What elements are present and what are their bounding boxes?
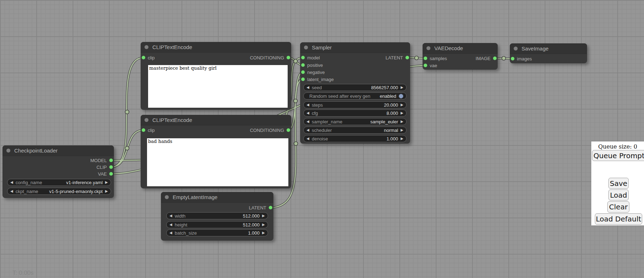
node-title-bar[interactable]: CLIPTextEncode	[141, 42, 291, 53]
node-clip-text-encode-negative[interactable]: CLIPTextEncode clip CONDITIONING bad han…	[141, 115, 291, 188]
slot-dot-icon[interactable]	[511, 57, 514, 60]
slot-dot-icon[interactable]	[142, 128, 145, 132]
increment-arrow-icon[interactable]: ▶	[400, 86, 403, 89]
input-slot-negative[interactable]: negative	[301, 69, 325, 76]
slot-dot-icon[interactable]	[301, 70, 305, 74]
input-slot-latent-image[interactable]: latent_image	[301, 76, 334, 83]
collapse-dot-icon[interactable]	[6, 149, 10, 153]
decrement-arrow-icon[interactable]: ◀	[169, 231, 172, 235]
decrement-arrow-icon[interactable]: ◀	[307, 111, 309, 115]
widget-seed[interactable]: ◀ seed 8566257.000 ▶	[303, 84, 407, 91]
widget-config-name[interactable]: ◀ config_name v1-inference.yaml ▶	[7, 179, 111, 186]
node-title-bar[interactable]: CLIPTextEncode	[141, 115, 291, 125]
slot-dot-icon[interactable]	[269, 206, 272, 209]
decrement-arrow-icon[interactable]: ◀	[307, 86, 309, 89]
increment-arrow-icon[interactable]: ▶	[400, 128, 403, 132]
collapse-dot-icon[interactable]	[426, 46, 430, 50]
input-slot-positive[interactable]: positive	[301, 62, 323, 69]
decrement-arrow-icon[interactable]: ◀	[10, 189, 13, 193]
decrement-arrow-icon[interactable]: ◀	[307, 128, 309, 132]
node-vae-decode[interactable]: VAEDecode samples vae IMAGE	[423, 43, 498, 70]
collapse-dot-icon[interactable]	[165, 195, 169, 199]
widget-denoise[interactable]: ◀ denoise 1.000 ▶	[303, 135, 407, 142]
output-slot-latent[interactable]: LATENT	[249, 204, 272, 211]
collapse-dot-icon[interactable]	[145, 45, 148, 49]
input-slot-model[interactable]: model	[301, 54, 320, 61]
widget-random-seed-toggle[interactable]: Random seed after every gen enabled	[303, 92, 407, 100]
widget-steps[interactable]: ◀ steps 20.000 ▶	[303, 101, 407, 108]
decrement-arrow-icon[interactable]: ◀	[169, 214, 172, 218]
input-slot-images[interactable]: images	[511, 55, 532, 62]
input-slot-clip[interactable]: clip	[142, 54, 155, 61]
output-slot-clip[interactable]: CLIP	[96, 164, 113, 171]
increment-arrow-icon[interactable]: ▶	[400, 137, 403, 140]
slot-dot-icon[interactable]	[405, 56, 409, 59]
positive-prompt-textarea[interactable]: masterpiece best quality girl	[148, 65, 288, 108]
widget-sampler-name[interactable]: ◀ sampler_name sample_euler ▶	[303, 118, 407, 125]
increment-arrow-icon[interactable]: ▶	[400, 111, 403, 115]
toggle-circle-icon[interactable]	[399, 94, 403, 98]
slot-dot-icon[interactable]	[301, 77, 305, 81]
node-sampler[interactable]: Sampler model positive negative latent_i…	[300, 42, 410, 144]
output-slot-conditioning[interactable]: CONDITIONING	[250, 127, 290, 134]
increment-arrow-icon[interactable]: ▶	[105, 189, 108, 193]
widget-ckpt-name[interactable]: ◀ ckpt_name v1-5-pruned-emaonly.ckpt ▶	[7, 188, 111, 195]
collapse-dot-icon[interactable]	[304, 46, 308, 49]
collapse-dot-icon[interactable]	[145, 118, 148, 122]
slot-dot-icon[interactable]	[109, 165, 113, 169]
increment-arrow-icon[interactable]: ▶	[262, 231, 265, 235]
widget-scheduler[interactable]: ◀ scheduler normal ▶	[303, 127, 407, 134]
slot-dot-icon[interactable]	[287, 56, 290, 59]
collapse-dot-icon[interactable]	[514, 47, 518, 50]
node-clip-text-encode-positive[interactable]: CLIPTextEncode clip CONDITIONING masterp…	[141, 42, 291, 110]
widget-height[interactable]: ◀ height 512.000 ▶	[166, 221, 268, 228]
node-checkpoint-loader[interactable]: CheckpointLoader MODEL CLIP VAE ◀ config…	[2, 145, 114, 198]
input-slot-vae[interactable]: vae	[424, 62, 437, 69]
slot-dot-icon[interactable]	[142, 56, 145, 59]
load-default-button[interactable]: Load Default	[595, 213, 642, 225]
input-slot-samples[interactable]: samples	[424, 55, 447, 62]
slot-dot-icon[interactable]	[424, 57, 427, 60]
clear-button[interactable]: Clear	[607, 201, 629, 213]
node-title-bar[interactable]: VAEDecode	[423, 43, 498, 54]
slot-dot-icon[interactable]	[301, 63, 305, 67]
load-button[interactable]: Load	[608, 189, 629, 201]
queue-prompt-button[interactable]: Queue Prompt	[592, 150, 644, 161]
increment-arrow-icon[interactable]: ▶	[262, 223, 265, 226]
slot-dot-icon[interactable]	[424, 64, 427, 67]
widget-cfg[interactable]: ◀ cfg 8.000 ▶	[303, 109, 407, 117]
output-slot-conditioning[interactable]: CONDITIONING	[250, 54, 290, 61]
slot-dot-icon[interactable]	[493, 57, 497, 60]
node-save-image[interactable]: SaveImage images	[510, 43, 587, 63]
widget-width[interactable]: ◀ width 512.000 ▶	[166, 212, 268, 219]
input-slot-clip[interactable]: clip	[142, 127, 155, 134]
output-slot-vae[interactable]: VAE	[98, 170, 113, 177]
output-slot-image[interactable]: IMAGE	[476, 55, 497, 62]
increment-arrow-icon[interactable]: ▶	[400, 120, 403, 123]
node-title-bar[interactable]: CheckpointLoader	[2, 145, 114, 156]
node-empty-latent-image[interactable]: EmptyLatentImage LATENT ◀ width 512.000 …	[161, 192, 273, 241]
negative-prompt-textarea[interactable]: bad hands	[147, 138, 288, 186]
slot-dot-icon[interactable]	[109, 172, 113, 176]
slot-dot-icon[interactable]	[301, 56, 305, 59]
widget-batch-size[interactable]: ◀ batch_size 1.000 ▶	[166, 229, 268, 236]
decrement-arrow-icon[interactable]: ◀	[307, 137, 309, 140]
decrement-arrow-icon[interactable]: ◀	[10, 181, 13, 184]
increment-arrow-icon[interactable]: ▶	[262, 214, 265, 218]
link-dot	[415, 56, 419, 60]
increment-arrow-icon[interactable]: ▶	[105, 181, 108, 184]
slot-dot-icon[interactable]	[109, 159, 113, 162]
decrement-arrow-icon[interactable]: ◀	[169, 223, 172, 226]
slot-dot-icon[interactable]	[287, 128, 290, 132]
increment-arrow-icon[interactable]: ▶	[400, 103, 403, 107]
node-title-bar[interactable]: SaveImage	[510, 43, 587, 54]
link-dot	[294, 142, 298, 146]
decrement-arrow-icon[interactable]: ◀	[307, 120, 309, 123]
save-button[interactable]: Save	[608, 178, 629, 189]
node-title-bar[interactable]: EmptyLatentImage	[161, 192, 273, 203]
node-title-bar[interactable]: Sampler	[300, 42, 410, 53]
comfyui-canvas[interactable]: { "canvas": { "stats": "T: 0.00s" }, "co…	[0, 0, 644, 278]
output-slot-latent[interactable]: LATENT	[386, 54, 409, 61]
decrement-arrow-icon[interactable]: ◀	[307, 103, 309, 107]
output-slot-model[interactable]: MODEL	[90, 157, 113, 164]
